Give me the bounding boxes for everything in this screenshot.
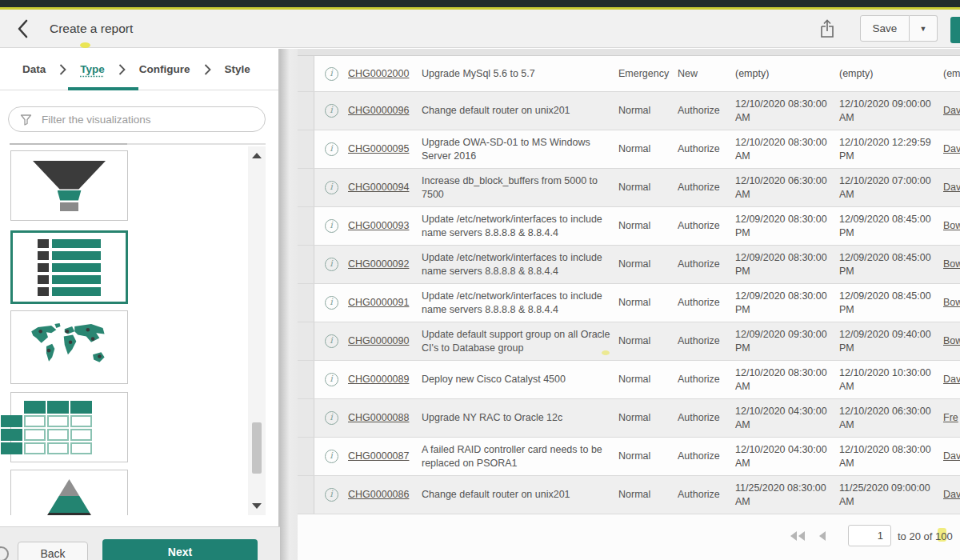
short-description: A failed RAID controller card needs to b… bbox=[422, 443, 618, 470]
change-number-link[interactable]: CHG0000093 bbox=[348, 220, 409, 231]
chevron-separator-icon bbox=[59, 64, 66, 75]
start-date: 12/09/2020 08:30:00 PM bbox=[735, 251, 839, 278]
table-row: i CHG0000089 Deploy new Cisco Catalyst 4… bbox=[298, 361, 960, 399]
page-number-input[interactable] bbox=[848, 525, 891, 546]
info-cell: i bbox=[314, 373, 348, 386]
info-icon[interactable]: i bbox=[325, 219, 338, 233]
chevron-separator-icon bbox=[118, 64, 126, 75]
change-number-link[interactable]: CHG0000096 bbox=[348, 105, 409, 116]
info-icon[interactable]: i bbox=[325, 488, 338, 502]
info-cell: i bbox=[314, 296, 348, 310]
assigned-to-link[interactable]: Dav bbox=[943, 105, 960, 116]
caret-down-icon: ▼ bbox=[920, 25, 927, 33]
priority: Normal bbox=[618, 373, 678, 386]
viz-option-bar-list[interactable] bbox=[10, 230, 128, 304]
run-button-clipped[interactable] bbox=[950, 17, 960, 43]
assigned-to-link[interactable]: Bow bbox=[943, 258, 960, 270]
table-row: i CHG0000090 Update default support grou… bbox=[298, 322, 960, 361]
change-number-link[interactable]: CHG0000089 bbox=[348, 374, 409, 385]
short-description: Upgrade MySql 5.6 to 5.7 bbox=[422, 67, 618, 81]
assigned-to-link[interactable]: Dav bbox=[943, 374, 960, 385]
start-date: 12/10/2020 04:30:00 AM bbox=[735, 405, 839, 431]
info-icon[interactable]: i bbox=[325, 258, 338, 271]
end-date: 12/09/2020 09:40:00 PM bbox=[839, 328, 943, 354]
world-map-icon bbox=[26, 321, 113, 374]
change-number-link[interactable]: CHG0002000 bbox=[348, 68, 409, 79]
scroll-down-arrow-icon[interactable] bbox=[252, 503, 262, 509]
row-gutter bbox=[298, 246, 314, 283]
info-icon[interactable]: i bbox=[325, 142, 338, 156]
table-row: i CHG0000093 Update /etc/network/interfa… bbox=[298, 207, 960, 246]
change-number-link[interactable]: CHG0000087 bbox=[348, 450, 409, 462]
priority: Normal bbox=[618, 411, 678, 425]
table-row: i CHG0002000 Upgrade MySql 5.6 to 5.7 Em… bbox=[298, 56, 960, 92]
priority: Normal bbox=[618, 450, 678, 463]
change-number-link[interactable]: CHG0000092 bbox=[348, 258, 409, 270]
row-gutter bbox=[298, 361, 314, 398]
assigned-to-link[interactable]: Bow bbox=[943, 297, 960, 308]
info-icon[interactable]: i bbox=[325, 411, 338, 425]
info-icon[interactable]: i bbox=[325, 104, 338, 118]
share-icon[interactable] bbox=[818, 18, 836, 39]
short-description: Update /etc/network/interfaces to includ… bbox=[422, 213, 618, 239]
next-button[interactable]: Next bbox=[102, 539, 258, 560]
state: Authorize bbox=[678, 334, 735, 348]
priority: Normal bbox=[618, 142, 678, 156]
change-number-link[interactable]: CHG0000088 bbox=[348, 412, 409, 423]
first-page-button[interactable] bbox=[789, 530, 808, 542]
state: Authorize bbox=[678, 488, 735, 502]
end-date: 12/10/2020 10:30:00 AM bbox=[839, 366, 943, 393]
scroll-up-arrow-icon[interactable] bbox=[252, 153, 262, 158]
row-gutter bbox=[298, 284, 314, 322]
assigned-to-link[interactable]: Dav bbox=[943, 450, 960, 462]
viz-list-scrollbar[interactable] bbox=[248, 146, 266, 515]
short-description: Update /etc/network/interfaces to includ… bbox=[422, 251, 618, 278]
change-number-link[interactable]: CHG0000095 bbox=[348, 143, 409, 154]
info-icon[interactable]: i bbox=[325, 450, 338, 463]
step-configure[interactable]: Configure bbox=[139, 63, 190, 75]
save-button-group: Save ▼ bbox=[860, 15, 938, 42]
viz-option-pyramid[interactable] bbox=[10, 470, 128, 515]
assigned-to-link[interactable]: Dav bbox=[943, 489, 960, 500]
previous-page-button[interactable] bbox=[818, 530, 827, 542]
short-description: Change default router on unix201 bbox=[422, 104, 618, 118]
start-date: (empty) bbox=[735, 67, 839, 81]
viz-option-grid-table[interactable] bbox=[10, 392, 128, 462]
info-icon[interactable]: i bbox=[325, 181, 338, 194]
viz-option-funnel[interactable] bbox=[10, 150, 128, 221]
state: Authorize bbox=[678, 181, 735, 194]
scrollbar-thumb[interactable] bbox=[252, 422, 262, 474]
back-arrow-icon[interactable] bbox=[16, 18, 34, 39]
assigned-to-link[interactable]: Dav bbox=[943, 143, 960, 154]
step-type[interactable]: Type bbox=[80, 63, 105, 75]
info-cell: i bbox=[314, 219, 348, 233]
chevron-separator-icon bbox=[204, 64, 211, 75]
save-menu-button[interactable]: ▼ bbox=[910, 15, 938, 42]
assigned-to-link[interactable]: Fre bbox=[943, 412, 958, 423]
table-row: i CHG0000091 Update /etc/network/interfa… bbox=[298, 284, 960, 322]
step-style[interactable]: Style bbox=[225, 63, 250, 75]
pagination-range-label: to 20 of 100 bbox=[898, 530, 953, 542]
bar-list-chart-icon bbox=[38, 239, 101, 296]
filter-input[interactable] bbox=[40, 113, 265, 126]
filter-funnel-icon bbox=[20, 114, 32, 126]
info-icon[interactable]: i bbox=[325, 296, 338, 310]
change-number-link[interactable]: CHG0000090 bbox=[348, 335, 409, 346]
info-icon[interactable]: i bbox=[325, 67, 338, 81]
assigned-to-link[interactable]: Bow bbox=[943, 335, 960, 346]
back-button[interactable]: Back bbox=[18, 542, 88, 560]
change-number-link[interactable]: CHG0000094 bbox=[348, 182, 409, 193]
row-gutter bbox=[298, 438, 314, 475]
list-divider bbox=[10, 143, 266, 145]
priority: Normal bbox=[618, 334, 678, 348]
assigned-to-link[interactable]: Bow bbox=[943, 220, 960, 231]
priority: Normal bbox=[618, 181, 678, 194]
step-data[interactable]: Data bbox=[22, 63, 46, 75]
change-number-link[interactable]: CHG0000086 bbox=[348, 489, 409, 500]
viz-option-world-map[interactable] bbox=[10, 310, 128, 384]
assigned-to-link[interactable]: Dav bbox=[943, 182, 960, 193]
info-icon[interactable]: i bbox=[325, 373, 338, 386]
info-icon[interactable]: i bbox=[325, 334, 338, 348]
save-button[interactable]: Save bbox=[860, 15, 910, 42]
change-number-link[interactable]: CHG0000091 bbox=[348, 297, 409, 308]
